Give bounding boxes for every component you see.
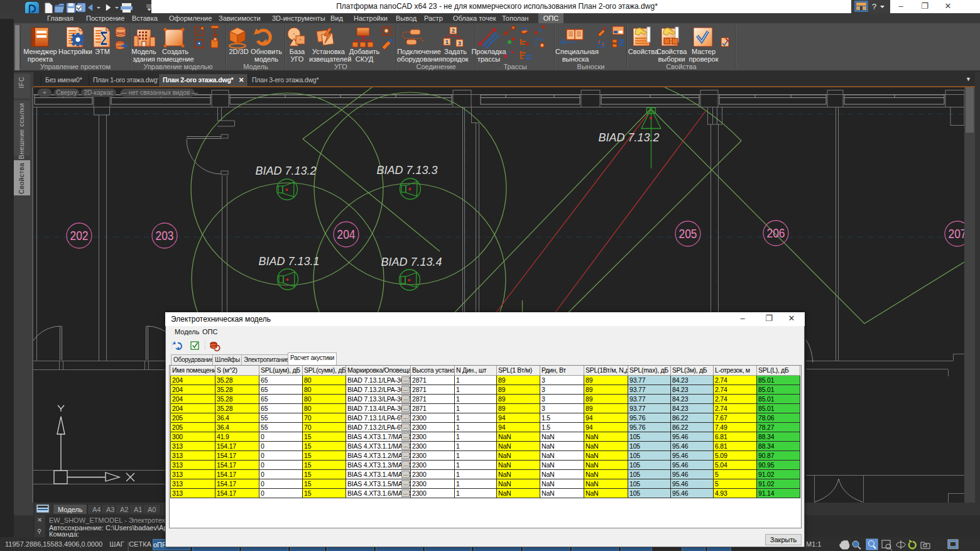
svg-text:BIAD 7.13.4: BIAD 7.13.4: [381, 256, 442, 268]
svg-text:BIAD 7.13.3: BIAD 7.13.3: [376, 164, 437, 177]
svg-text:204: 204: [337, 227, 356, 241]
svg-text:206: 206: [767, 226, 785, 240]
svg-text:207: 207: [949, 227, 965, 241]
svg-text:2: 2: [452, 28, 455, 34]
svg-text:BIAD 7.13.1: BIAD 7.13.1: [258, 255, 319, 268]
svg-text:202: 202: [70, 229, 89, 243]
svg-text:BIAD 7.13.2: BIAD 7.13.2: [255, 165, 316, 177]
svg-text:BIAD 7.13.2: BIAD 7.13.2: [598, 131, 659, 144]
svg-text:205: 205: [679, 227, 697, 241]
svg-text:3: 3: [458, 40, 461, 46]
svg-text:?: ?: [872, 2, 876, 11]
svg-text:203: 203: [156, 229, 174, 243]
svg-text:1: 1: [445, 39, 449, 45]
